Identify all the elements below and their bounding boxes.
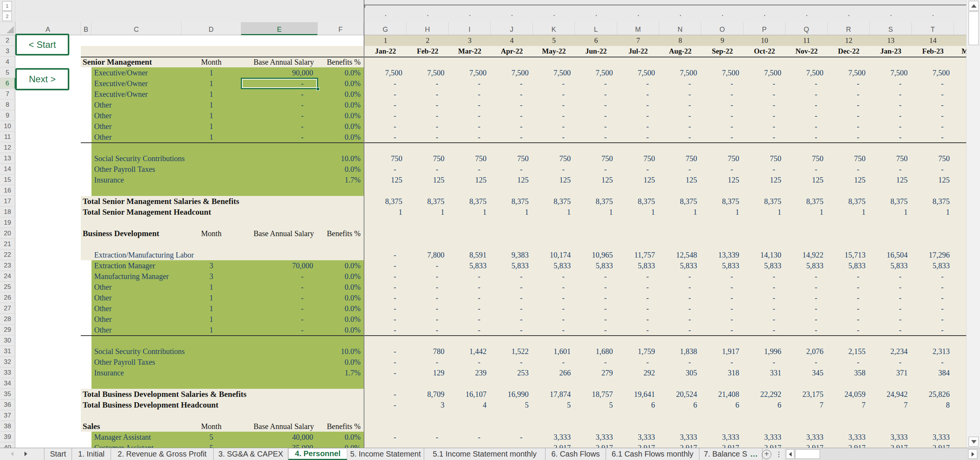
- cell-t27[interactable]: -: [912, 303, 954, 314]
- cell-i35[interactable]: 16,107: [449, 389, 491, 400]
- cell-s11[interactable]: -: [870, 132, 912, 142]
- cell-t6[interactable]: -: [912, 78, 954, 89]
- cell-h17[interactable]: 8,375: [407, 196, 449, 207]
- cell-n17[interactable]: 8,375: [659, 196, 701, 207]
- cell-q40[interactable]: 2,917: [786, 442, 828, 448]
- cell-p18[interactable]: 1: [743, 207, 786, 217]
- cell-i11[interactable]: -: [449, 132, 491, 142]
- cell-m27[interactable]: -: [617, 303, 659, 314]
- cell-i7[interactable]: -: [449, 89, 491, 100]
- outline-level-1-button[interactable]: 1: [2, 1, 12, 11]
- cell-m17[interactable]: 8,375: [617, 196, 659, 207]
- cell-j31[interactable]: 1,522: [491, 346, 533, 357]
- row-header-35[interactable]: 35: [0, 389, 15, 400]
- cell-s33[interactable]: 371: [870, 367, 912, 378]
- column-header-l[interactable]: L: [575, 22, 617, 35]
- cell-g6[interactable]: -: [364, 78, 407, 89]
- cell-m33[interactable]: 292: [617, 367, 659, 378]
- cell-h39[interactable]: -: [407, 432, 449, 442]
- cell-q6[interactable]: -: [786, 78, 828, 89]
- cell-f11[interactable]: 0.0%: [318, 132, 364, 142]
- cell-e10[interactable]: -: [241, 121, 318, 132]
- cell-t23[interactable]: 5,833: [912, 260, 954, 271]
- cell-k9[interactable]: -: [533, 110, 575, 121]
- cell-f7[interactable]: 0.0%: [318, 89, 364, 100]
- cell-g35[interactable]: -: [364, 389, 407, 400]
- cell-p9[interactable]: -: [743, 110, 786, 121]
- cell-o35[interactable]: 21,408: [701, 389, 743, 400]
- cell-p10[interactable]: -: [743, 121, 786, 132]
- cell-s2[interactable]: 13: [870, 35, 912, 46]
- cell-p35[interactable]: 22,292: [743, 389, 786, 400]
- cell-p5[interactable]: 7,500: [743, 67, 786, 78]
- cell-j9[interactable]: -: [491, 110, 533, 121]
- cell-h11[interactable]: -: [407, 132, 449, 142]
- cell-q36[interactable]: 7: [786, 400, 828, 410]
- row-header-2[interactable]: 2: [0, 35, 15, 46]
- cell-g29[interactable]: -: [364, 325, 407, 335]
- cell-f26[interactable]: 0.0%: [318, 292, 364, 303]
- cell-k40[interactable]: 2,917: [533, 442, 575, 448]
- column-header-m[interactable]: M: [617, 22, 659, 35]
- cell-i28[interactable]: -: [449, 314, 491, 325]
- cell-f4[interactable]: Benefits %: [318, 57, 364, 67]
- cell-m13[interactable]: 750: [617, 153, 659, 164]
- cell-k2[interactable]: 5: [533, 35, 575, 46]
- tab-4-personnel[interactable]: 4. Personnel: [288, 448, 347, 460]
- cell-r15[interactable]: 125: [828, 175, 870, 185]
- cell-l7[interactable]: -: [575, 89, 617, 100]
- cell-h3[interactable]: Feb-22: [407, 46, 449, 57]
- tab-start[interactable]: Start: [44, 448, 72, 460]
- cell-h36[interactable]: 3: [407, 400, 449, 410]
- cell-h5[interactable]: 7,500: [407, 67, 449, 78]
- cell-d40[interactable]: 5: [181, 442, 241, 448]
- cell-h7[interactable]: -: [407, 89, 449, 100]
- cell-s9[interactable]: -: [870, 110, 912, 121]
- cell-q24[interactable]: -: [786, 271, 828, 282]
- cell-o23[interactable]: 5,833: [701, 260, 743, 271]
- cell-p29[interactable]: -: [743, 325, 786, 335]
- cell-q26[interactable]: -: [786, 292, 828, 303]
- cell-d9[interactable]: 1: [181, 110, 241, 121]
- cell-h22[interactable]: 7,800: [407, 250, 449, 260]
- cell-c8[interactable]: Other: [94, 100, 112, 110]
- cell-n28[interactable]: -: [659, 314, 701, 325]
- row-header-3[interactable]: 3: [0, 46, 15, 57]
- cell-s29[interactable]: -: [870, 325, 912, 335]
- cell-c15[interactable]: Insurance: [94, 175, 124, 185]
- cell-g36[interactable]: -: [364, 400, 407, 410]
- cell-c32[interactable]: Other Payroll Taxes: [94, 357, 155, 367]
- column-header-q[interactable]: Q: [786, 22, 828, 35]
- cell-d8[interactable]: 1: [181, 100, 241, 110]
- cell-s15[interactable]: 125: [870, 175, 912, 185]
- cell-s39[interactable]: 3,333: [870, 432, 912, 442]
- cell-s10[interactable]: -: [870, 121, 912, 132]
- cell-p22[interactable]: 14,130: [743, 250, 786, 260]
- cell-j7[interactable]: -: [491, 89, 533, 100]
- cell-o31[interactable]: 1,917: [701, 346, 743, 357]
- cell-f14[interactable]: 0.0%: [318, 164, 364, 175]
- cell-m23[interactable]: 5,833: [617, 260, 659, 271]
- cell-h2[interactable]: 2: [407, 35, 449, 46]
- cell-g13[interactable]: 750: [364, 153, 407, 164]
- cell-q27[interactable]: -: [786, 303, 828, 314]
- cell-g11[interactable]: -: [364, 132, 407, 142]
- cell-i9[interactable]: -: [449, 110, 491, 121]
- cell-k29[interactable]: -: [533, 325, 575, 335]
- cell-e11[interactable]: -: [241, 132, 318, 142]
- row-header-36[interactable]: 36: [0, 400, 15, 410]
- cell-h28[interactable]: -: [407, 314, 449, 325]
- row-header-28[interactable]: 28: [0, 314, 15, 325]
- cell-j5[interactable]: 7,500: [491, 67, 533, 78]
- row-header-14[interactable]: 14: [0, 164, 15, 175]
- cell-d11[interactable]: 1: [181, 132, 241, 142]
- cell-l31[interactable]: 1,680: [575, 346, 617, 357]
- cell-m29[interactable]: -: [617, 325, 659, 335]
- cell-n32[interactable]: -: [659, 357, 701, 367]
- cell-k6[interactable]: -: [533, 78, 575, 89]
- column-header-p[interactable]: P: [743, 22, 786, 35]
- cell-o22[interactable]: 13,339: [701, 250, 743, 260]
- cell-f20[interactable]: Benefits %: [318, 228, 364, 239]
- cell-j36[interactable]: 5: [491, 400, 533, 410]
- cell-t13[interactable]: 750: [912, 153, 954, 164]
